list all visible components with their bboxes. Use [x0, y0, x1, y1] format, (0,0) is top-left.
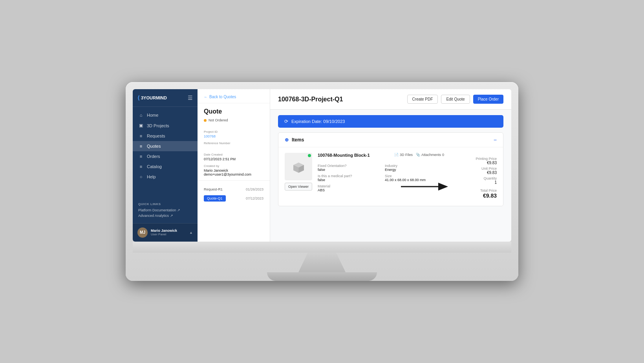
total-price-value: €9.83 [457, 192, 497, 199]
sidebar-logo: ⟨ 3YOURMIND ☰ [133, 89, 198, 107]
platform-docs-link[interactable]: Platform Documentation ↗ [138, 208, 192, 212]
sidebar-item-help[interactable]: ○ Help [133, 172, 198, 182]
sidebar-item-quotes[interactable]: ≡ Quotes [133, 141, 198, 151]
left-panel: ← Back to Quotes Quote Not Ordered Proje… [198, 89, 270, 242]
back-arrow-icon: ← [204, 95, 208, 99]
logo: ⟨ 3YOURMIND [137, 95, 167, 101]
3d-files-button[interactable]: 📄 3D Files [394, 153, 413, 157]
sidebar-item-orders[interactable]: ≡ Orders [133, 151, 198, 161]
timeline-item-name: Quote-Q1 [204, 195, 226, 202]
fixed-orientation-label: Fixed Orientation? [318, 164, 377, 168]
created-by-email: demo+user1@3yourmind.com [204, 172, 263, 176]
open-viewer-button[interactable]: Open Viewer [285, 183, 312, 191]
main-header: 100768-3D-Project-Q1 Create PDF Edit Quo… [270, 89, 511, 110]
attachments-button[interactable]: 📎 Attachments 0 [416, 153, 444, 157]
home-icon: ⌂ [138, 113, 144, 117]
sidebar: ⟨ 3YOURMIND ☰ ⌂ Home ▣ 3D Projects [133, 89, 198, 242]
quote-id: 100768-3D-Project-Q1 [278, 96, 343, 103]
medical-label: Is this a medical part? [318, 174, 377, 178]
date-created-label: Date Created [204, 153, 263, 156]
timeline-item-name: Request-R1 [204, 187, 223, 191]
monitor-bezel [133, 242, 511, 253]
header-actions: Create PDF Edit Quote Place Order [407, 95, 503, 104]
printing-price-row: Printing Price €9.83 [457, 157, 497, 165]
sidebar-item-label: Requests [147, 134, 165, 138]
table-row: Open Viewer 100768-Mounting Block-1 📄 [278, 147, 503, 206]
date-created-value: 07/12/2023 2:51 PM [204, 157, 263, 161]
timeline-section: Request-R1 01/26/2023 Quote-Q1 07/12/202… [198, 180, 270, 208]
collapse-button[interactable]: − [494, 137, 497, 143]
sidebar-item-catalog[interactable]: ≡ Catalog [133, 161, 198, 172]
user-info: Mario Janowick User Panel [151, 229, 186, 236]
status-badge: Not Ordered [204, 118, 263, 122]
quotes-icon: ≡ [138, 144, 144, 148]
sidebar-item-requests[interactable]: ≡ Requests [133, 131, 198, 141]
sidebar-item-3d-projects[interactable]: ▣ 3D Projects [133, 120, 198, 131]
item-3d-preview [290, 158, 307, 176]
items-card: ⊕ Items − [278, 132, 503, 206]
timeline-item-date: 07/12/2023 [246, 196, 263, 200]
timeline-item-quote[interactable]: Quote-Q1 07/12/2023 [204, 193, 263, 204]
sidebar-item-label: Help [147, 174, 156, 179]
unit-price-row: Unit Price €9.83 [457, 167, 497, 175]
create-pdf-button[interactable]: Create PDF [407, 95, 438, 104]
unit-price-label: Unit Price [457, 167, 497, 170]
medical-value: false [318, 178, 377, 182]
logo-icon: ⟨ [137, 95, 139, 101]
sidebar-item-home[interactable]: ⌂ Home [133, 110, 198, 120]
sidebar-user[interactable]: MJ Mario Janowick User Panel ▲ [133, 223, 198, 242]
project-id-label: Project ID [204, 130, 263, 134]
orders-icon: ≡ [138, 154, 144, 159]
total-price-row: Total Price €9.83 [457, 189, 497, 199]
reference-number-label: Reference Number [204, 141, 263, 145]
sidebar-item-label: Orders [147, 154, 160, 159]
monitor-stand-neck [298, 253, 346, 272]
sidebar-nav: ⌂ Home ▣ 3D Projects ≡ Requests ≡ Quotes [133, 107, 198, 198]
quantity-label: Quantity [457, 176, 497, 180]
main-content: ⟳ Expiration Date: 09/10/2023 ⊕ Items − [270, 110, 511, 242]
created-by-name: Mario Janowick [204, 169, 263, 172]
timeline-item-request[interactable]: Request-R1 01/26/2023 [204, 185, 263, 193]
total-price-label: Total Price [457, 189, 497, 192]
sidebar-item-label: Quotes [147, 144, 161, 148]
created-by-label: Created by [204, 164, 263, 168]
item-details: 100768-Mounting Block-1 📄 3D Files 📎 [318, 153, 444, 200]
item-row-container: Open Viewer 100768-Mounting Block-1 📄 [278, 147, 503, 206]
project-id-value[interactable]: 100768 [204, 134, 263, 138]
item-thumbnail-section: Open Viewer [285, 153, 312, 200]
quantity-row: Quantity 1 [457, 176, 497, 185]
hamburger-icon[interactable]: ☰ [188, 95, 193, 101]
status-dot [204, 119, 207, 122]
unit-price-value: €9.83 [457, 170, 497, 175]
catalog-icon: ≡ [138, 164, 144, 169]
quantity-value: 1 [457, 180, 497, 185]
detail-grid: Fixed Orientation? false Industry Energy [318, 164, 444, 192]
projects-icon: ▣ [138, 123, 144, 128]
item-files: 📄 3D Files 📎 Attachments 0 [394, 153, 444, 157]
fixed-orientation-value: false [318, 168, 377, 172]
info-section: Project ID 100768 Reference Number Date … [198, 127, 270, 176]
material-value: ABS [318, 188, 377, 192]
expiry-banner: ⟳ Expiration Date: 09/10/2023 [278, 115, 503, 128]
sidebar-item-label: Home [147, 113, 158, 117]
industry-label: Industry [385, 164, 444, 168]
place-order-button[interactable]: Place Order [473, 95, 503, 104]
advanced-analytics-link[interactable]: Advanced Analytics ↗ [138, 214, 192, 218]
online-dot [308, 154, 311, 157]
expiry-icon: ⟳ [284, 119, 288, 124]
reference-number-value [204, 146, 263, 150]
material-label: Material [318, 184, 377, 188]
expiry-text: Expiration Date: 09/10/2023 [291, 119, 345, 124]
item-thumbnail [285, 153, 312, 180]
attachment-icon: 📎 [416, 153, 420, 157]
back-to-quotes-link[interactable]: ← Back to Quotes [198, 89, 270, 103]
avatar: MJ [137, 227, 148, 238]
edit-quote-button[interactable]: Edit Quote [441, 95, 470, 104]
panel-title: Quote [198, 103, 270, 118]
monitor-stand-base [267, 272, 377, 281]
user-name: Mario Janowick [151, 229, 186, 233]
timeline-item-date: 01/26/2023 [246, 187, 263, 191]
size-label: Size [385, 174, 444, 178]
requests-icon: ≡ [138, 134, 144, 138]
user-role: User Panel [151, 233, 186, 236]
